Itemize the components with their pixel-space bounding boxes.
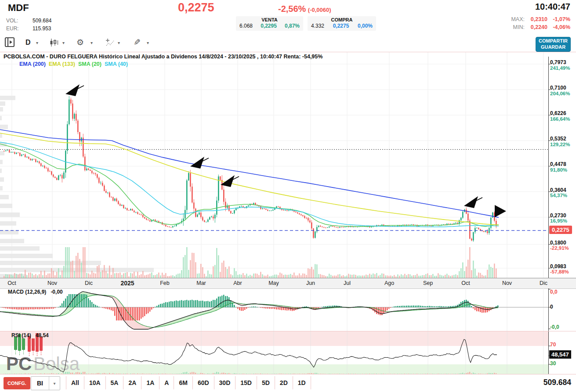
eur-row: EUR: 115.953 — [6, 25, 51, 32]
ask-quantity: 6.068 — [239, 23, 253, 29]
vol-value: 509.684 — [33, 18, 51, 24]
range-button-5a[interactable]: 5A — [106, 376, 124, 389]
min-percent: -4,06% — [547, 24, 570, 30]
change-percent: -2,56% — [278, 4, 306, 14]
range-button-a[interactable]: A — [159, 376, 174, 389]
macd-panel[interactable]: MACD (12,26,9) -0,00 — [0, 288, 576, 331]
main-chart-panel[interactable]: PCBOLSA.COM - DURO FELGUERA Histórico Li… — [0, 52, 576, 278]
settings-caret-icon[interactable]: ▾ — [91, 40, 93, 45]
interval-value: BI — [31, 380, 49, 387]
time-axis-label: Nov — [42, 280, 63, 286]
time-axis-label: Feb — [154, 280, 175, 286]
settings-gear-icon[interactable]: ⚙ — [76, 37, 84, 47]
day-max-row: MAX: 0,2310 -1,07% — [507, 16, 570, 22]
session-volume: 509.684 — [543, 378, 571, 387]
ask-percent: 0,87% — [285, 23, 300, 29]
range-buttons: All10A5A2A1AA6M60D30D15D5D2D1D — [66, 376, 311, 389]
rsi-axis-30: 30 — [550, 360, 556, 367]
share-label: COMPARTIR — [539, 38, 568, 43]
draw-pencil-icon[interactable]: ✎ — [134, 37, 141, 47]
svg-text:PC: PC — [6, 353, 32, 374]
bid-price: 0,2275 — [333, 23, 349, 29]
timeframe-button[interactable]: D — [25, 39, 31, 47]
range-button-60d[interactable]: 60D — [193, 376, 214, 389]
rsi-panel[interactable]: PCBolsa RSI (14) 48,54 — [0, 331, 576, 374]
bid-percent: 0,00% — [358, 23, 373, 29]
time-axis-label: Oct — [455, 280, 476, 286]
eur-value: 115.953 — [33, 25, 51, 32]
time-axis-label: Jul — [337, 280, 358, 286]
price-change: -2,56% (-0,0060) — [278, 4, 331, 14]
volume-row: VOL: 509.684 — [6, 18, 51, 24]
price-chart-canvas[interactable] — [0, 52, 576, 278]
macd-axis-top: 0,0 — [550, 289, 558, 295]
vol-label: VOL: — [6, 18, 33, 24]
time-axis-label: 2025 — [117, 280, 138, 287]
min-label: MIN: — [507, 24, 525, 30]
range-button-2d[interactable]: 2D — [275, 376, 293, 389]
draw-caret-icon[interactable]: ▾ — [147, 40, 149, 45]
range-button-all[interactable]: All — [66, 376, 84, 389]
current-price-badge: 0,2275 — [549, 226, 572, 234]
interval-caret-icon[interactable]: ▾ — [49, 377, 60, 390]
legend-item: EMA (133) — [49, 61, 75, 67]
range-button-5d[interactable]: 5D — [257, 376, 275, 389]
add-indicator-caret-icon[interactable]: ▾ — [118, 40, 120, 45]
eur-label: EUR: — [6, 25, 33, 32]
macd-value: -0,00 — [51, 289, 62, 295]
macd-axis-bottom: -0,0 — [550, 324, 559, 330]
time-axis: OctNovDic2025FebMarAbrMayJunJulAgoSepOct… — [0, 278, 576, 289]
chart-title: PCBOLSA.COM - DURO FELGUERA Histórico Li… — [4, 54, 322, 60]
time-axis-label: Jun — [300, 280, 321, 286]
time-axis-label: Dic — [78, 280, 99, 286]
range-button-30d[interactable]: 30D — [214, 376, 236, 389]
legend-item: SMA (20) — [78, 61, 101, 67]
price-axis-label: 0,7973241,49% — [550, 60, 570, 71]
time-axis-label: May — [263, 280, 284, 286]
range-button-10a[interactable]: 10A — [84, 376, 106, 389]
price-axis: 0,7973241,49%0,7100204,06%0,6226166,64%0… — [549, 52, 576, 278]
price-axis-label: 0,0983-57,88% — [550, 264, 569, 275]
last-price: 0,2275 — [178, 1, 214, 14]
macd-canvas[interactable] — [0, 288, 576, 331]
config-button[interactable]: CONFG. — [4, 377, 30, 389]
macd-axis-zero: 0 — [550, 304, 553, 310]
chart-type-candles-icon[interactable] — [49, 38, 59, 48]
time-axis-label: Dic — [533, 280, 554, 286]
rsi-current-badge: 48,547 — [549, 350, 571, 359]
range-button-1a[interactable]: 1A — [141, 376, 159, 389]
interval-dropdown[interactable]: BI ▾ — [31, 376, 60, 390]
bid-box: COMPRA 4.332 0,2275 0,00% — [308, 16, 376, 31]
legend-item: EMA (200) — [19, 61, 46, 67]
add-indicator-icon[interactable] — [105, 38, 115, 48]
price-axis-label: 0,273016,95% — [550, 213, 567, 224]
indicator-legend: EMA (200)EMA (133)SMA (20)SMA (40) — [19, 61, 131, 67]
price-axis-label: 0,1800-22,91% — [550, 240, 569, 251]
time-axis-label: Nov — [496, 280, 518, 286]
day-min-row: MIN: 0,2240 -4,06% — [507, 24, 570, 30]
range-button-15d[interactable]: 15D — [235, 376, 257, 389]
rsi-canvas[interactable]: PCBolsa — [0, 331, 576, 374]
panel-toggle-icon[interactable] — [4, 37, 15, 49]
price-axis-label: 0,7100204,06% — [550, 85, 570, 96]
rsi-value: 48,54 — [36, 332, 49, 338]
chart-type-caret-icon[interactable]: ▾ — [62, 40, 65, 45]
max-label: MAX: — [507, 16, 525, 22]
price-axis-label: 0,5352129,22% — [550, 136, 570, 147]
ask-title: VENTA — [236, 17, 303, 22]
range-button-2a[interactable]: 2A — [123, 376, 141, 389]
max-value: 0,2310 — [525, 16, 547, 22]
price-axis-label: 0,360454,37% — [550, 187, 567, 198]
max-percent: -1,07% — [547, 16, 570, 22]
range-button-1d[interactable]: 1D — [293, 376, 311, 389]
time-axis-label: Mar — [191, 280, 212, 286]
time-axis-label: Abr — [227, 280, 248, 286]
change-absolute: (-0,0060) — [308, 7, 331, 13]
share-save-button[interactable]: COMPARTIR GUARDAR — [536, 37, 571, 52]
session-time: 10:40:47 — [535, 2, 570, 12]
bid-quantity: 4.332 — [311, 23, 324, 29]
bottom-toolbar: CONFG. BI ▾ All10A5A2A1AA6M60D30D15D5D2D… — [0, 374, 576, 392]
range-button-6m[interactable]: 6M — [174, 376, 192, 389]
timeframe-caret-icon[interactable]: ▾ — [36, 40, 38, 45]
time-axis-label: Ago — [379, 280, 400, 286]
